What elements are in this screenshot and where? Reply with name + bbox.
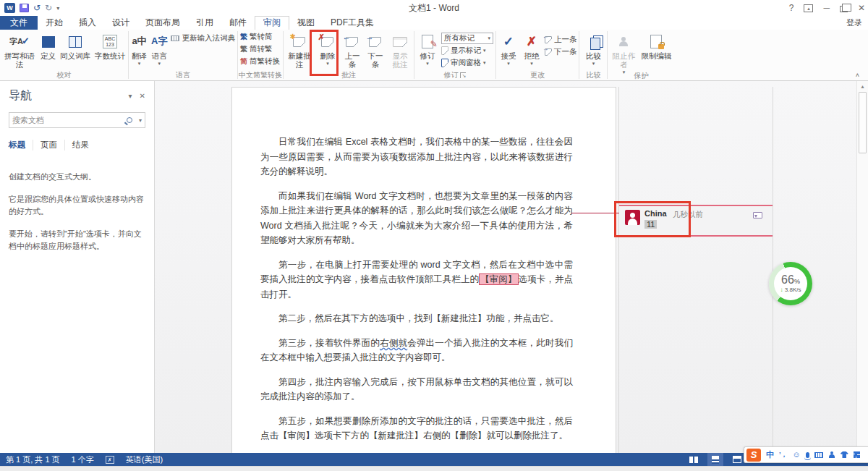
nav-tabs: 标题 页面 结果 — [9, 140, 145, 150]
ime-microphone-icon[interactable] — [806, 452, 809, 458]
help-icon[interactable]: ? — [789, 3, 794, 13]
download-arrow-icon: ↓ — [780, 287, 783, 293]
previous-change-icon: ← — [545, 36, 552, 43]
ribbon-display-options-icon[interactable]: ▴ — [804, 4, 813, 12]
tab-page-layout[interactable]: 页面布局 — [137, 16, 188, 30]
sign-in-link[interactable]: 登录 — [846, 17, 862, 28]
nav-tab-headings[interactable]: 标题 — [9, 140, 33, 150]
close-icon[interactable]: ✕ — [858, 3, 865, 13]
restrict-editing-button[interactable]: 限制编辑 — [639, 30, 673, 60]
show-markup-button[interactable]: 显示标记▾ — [440, 44, 495, 56]
ribbon-group-tracking: ✎ 修订 ▾ 所有标记▾ 显示标记▾ 审阅窗格▾ 修订 ↘ — [414, 30, 495, 80]
navigation-pane: 导航 ▾ ✕ ▾ 标题 页面 结果 创建文档的交互式大纲。 它是跟踪您的具体位置… — [0, 81, 155, 453]
language-button[interactable]: A字 语言 ▾ — [149, 30, 169, 67]
scrollbar-thumb[interactable] — [859, 92, 867, 153]
previous-comment-button[interactable]: ← 上一条 — [341, 30, 364, 69]
group-label-tracking: 修订 ↘ — [415, 70, 495, 80]
track-changes-icon: ✎ — [422, 32, 433, 51]
reject-button[interactable]: ✗ 拒绝 ▾ — [520, 30, 543, 67]
thesaurus-icon — [69, 32, 82, 51]
sogou-ime-bar[interactable]: S 中 ’， ☺ — [744, 446, 868, 463]
define-icon — [42, 32, 55, 51]
tab-insert[interactable]: 插入 — [71, 16, 104, 30]
sogou-logo-icon[interactable]: S — [746, 449, 761, 462]
word-count-button[interactable]: ABC123 字数统计 — [93, 30, 127, 60]
search-input[interactable] — [12, 116, 127, 124]
tracking-dialog-launcher-icon[interactable]: ↘ — [460, 72, 466, 78]
search-options-icon[interactable]: ▾ — [139, 117, 142, 124]
vertical-scrollbar[interactable]: ▲ — [856, 81, 868, 453]
group-label-language: 语言 — [129, 70, 237, 80]
download-speed: 3.8K/s — [785, 287, 801, 293]
tab-home[interactable]: 开始 — [38, 16, 71, 30]
previous-comment-icon: ← — [346, 32, 358, 51]
print-layout-button[interactable] — [707, 453, 723, 466]
previous-change-button[interactable]: ← 上一条 — [543, 33, 579, 46]
define-button[interactable]: 定义 — [38, 30, 58, 60]
convert-icon: 简 — [240, 56, 247, 67]
ime-chinese-mode-icon[interactable]: 中 — [766, 451, 774, 459]
page-indicator[interactable]: 第 1 页, 共 1 页 — [6, 454, 60, 465]
ime-skin-icon[interactable] — [841, 451, 848, 458]
thesaurus-button[interactable]: 同义词库 — [58, 30, 93, 60]
doc-paragraph: 第一步，在电脑上打开需要处理的 word 文字文档，然后在文档中选中需要插入批注… — [260, 258, 573, 302]
tab-design[interactable]: 设计 — [104, 16, 137, 30]
convert-button[interactable]: 简 简繁转换 — [239, 55, 281, 67]
ime-keyboard-icon[interactable] — [814, 452, 823, 458]
next-change-button[interactable]: → 下一条 — [543, 46, 579, 58]
ime-account-icon[interactable] — [828, 451, 835, 459]
download-progress-overlay[interactable]: 66% ↓ 3.8K/s — [769, 262, 812, 305]
tab-view[interactable]: 视图 — [289, 16, 323, 30]
nav-tab-results[interactable]: 结果 — [65, 140, 96, 150]
ime-toolbox-icon[interactable] — [854, 451, 860, 458]
doc-paragraph: 日常我们在编辑 Excel 表格文档时，我们表格中的某一些数据，往往会因为一些原… — [260, 135, 573, 179]
ime-punctuation-icon[interactable]: ’， — [779, 451, 788, 458]
search-box: ▾ — [9, 112, 145, 128]
nav-tab-pages[interactable]: 页面 — [33, 140, 65, 150]
ribbon-group-proofing: 字A✓ 拼写和语法 定义 同义词库 ABC123 字数统计 校对 — [0, 30, 128, 80]
translate-button[interactable]: a中 翻译 ▾ — [129, 30, 149, 67]
tab-references[interactable]: 引用 — [188, 16, 221, 30]
block-authors-icon — [618, 32, 629, 51]
minimize-icon[interactable]: ─ — [823, 3, 830, 13]
tab-mailings[interactable]: 邮件 — [221, 16, 255, 30]
next-comment-button[interactable]: → 下一条 — [364, 30, 387, 69]
nav-close-icon[interactable]: ✕ — [140, 92, 145, 100]
restore-icon[interactable] — [840, 6, 848, 12]
simplified-to-traditional-button[interactable]: 繁 简转繁 — [239, 43, 274, 55]
markup-mode-select[interactable]: 所有标记▾ — [440, 32, 495, 44]
ime-emoji-icon[interactable]: ☺ — [793, 451, 801, 459]
translate-icon: a中 — [132, 32, 146, 51]
update-ime-dictionary-button[interactable]: 更新输入法词典 — [169, 32, 237, 44]
traditional-to-simplified-button[interactable]: 繁 繁转简 — [239, 30, 274, 43]
doc-paragraph: 第三步，接着软件界面的右侧就会弹出一个插入批注的文本框，此时我们在文本框中输入想… — [260, 336, 573, 365]
word-count-indicator[interactable]: 1 个字 — [72, 454, 94, 465]
search-icon[interactable] — [127, 117, 132, 123]
scroll-up-icon[interactable]: ▲ — [857, 81, 868, 92]
collapse-ribbon-icon[interactable]: ˄ — [856, 72, 859, 79]
nav-options-icon[interactable]: ▾ — [129, 92, 132, 100]
spelling-grammar-icon: 字A✓ — [9, 32, 30, 51]
annotation-rect-delete — [310, 30, 339, 76]
tab-file[interactable]: 文件 — [0, 16, 38, 30]
web-layout-button[interactable] — [729, 453, 745, 466]
comment-region-left-border — [618, 87, 619, 453]
read-mode-button[interactable] — [686, 453, 702, 466]
accept-button[interactable]: ✓ 接受 ▾ — [497, 30, 520, 67]
reviewing-pane-button[interactable]: 审阅窗格▾ — [440, 56, 495, 69]
proofing-status-icon[interactable]: ✗ — [106, 456, 114, 464]
tab-pdf-tools[interactable]: PDF工具集 — [323, 16, 382, 30]
doc-paragraphs[interactable]: 日常我们在编辑 Excel 表格文档时，我们表格中的某一些数据，往往会因为一些原… — [260, 135, 573, 453]
tab-review[interactable]: 审阅 — [255, 16, 289, 30]
window-controls: ? ▴ ─ ✕ — [789, 0, 865, 16]
compare-icon — [587, 32, 600, 51]
compare-button[interactable]: 比较 ▾ — [580, 30, 606, 67]
language-indicator[interactable]: 英语(美国) — [126, 454, 163, 465]
spelling-grammar-button[interactable]: 字A✓ 拼写和语法 — [1, 30, 38, 69]
doc-paragraph: 第四步，批注内容输入完成后，按下用鼠标单击文档的其他位置，就可以完成批注内容的添… — [260, 375, 573, 404]
doc-paragraph: 第五步，如果想要删除所添加的文字的批注的话，只需要选中批注，然后点击【审阅】选项… — [260, 414, 573, 444]
show-comments-button: 显示批注 — [387, 30, 413, 69]
track-changes-button[interactable]: ✎ 修订 ▾ — [415, 30, 440, 67]
comment-reply-icon[interactable] — [753, 212, 762, 218]
language-icon: A字 — [151, 32, 167, 51]
